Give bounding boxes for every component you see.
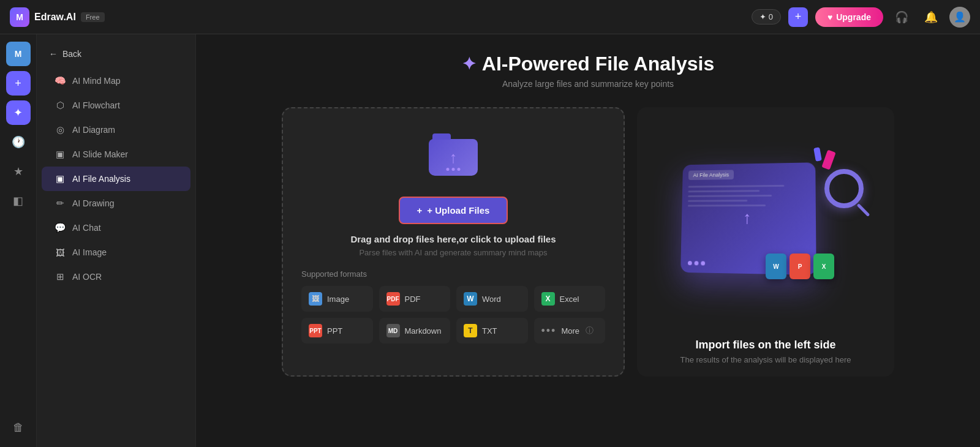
upload-dropzone[interactable]: ↑ + + Upload Files Drag and drop files [282,107,625,377]
magnify-handle [857,203,870,217]
page-subtitle: Analyze large files and summarize key po… [462,79,714,89]
free-badge: Free [81,12,105,22]
sidebar-item-recent[interactable]: 🕐 [6,130,31,154]
markdown-format-icon: MD [386,324,400,337]
upload-arrow-icon: ↑ [450,148,458,167]
format-pdf: PDF PDF [379,286,451,312]
parse-description: Parse files with AI and generate summary… [359,248,547,257]
logo-icon: M [10,7,29,27]
deco-shape-1 [821,150,835,170]
back-arrow-icon: ← [49,49,58,59]
sidebar-item-templates[interactable]: ◧ [6,189,31,213]
heart-icon: ♥ [827,12,832,22]
nav-right: ✦ 0 + ♥ Upgrade 🎧 🔔 👤 [752,6,970,28]
sparkle-icon: ✦ [462,54,476,74]
file-analysis-icon: ▣ [54,173,66,185]
upload-icon-area: ↑ [426,133,481,182]
avatar[interactable]: 👤 [949,7,970,28]
format-excel: X Excel [534,286,606,312]
txt-format-icon: T [464,324,477,337]
ppt-icon-illus: P [790,254,810,279]
sidebar-item-ai-drawing[interactable]: ✏ AI Drawing [42,191,190,216]
card-dots [688,261,705,265]
pdf-format-icon: PDF [386,292,400,306]
content-area: ✦ AI-Powered File Analysis Analyze large… [196,34,980,447]
add-button[interactable]: + [788,7,808,27]
card-label: AI File Analysis [688,170,734,180]
sidebar-item-trash[interactable]: 🗑 [6,415,31,440]
right-panel-subtitle: The results of the analysis will be disp… [680,355,851,364]
sidebar-item-ai-diagram[interactable]: ◎ AI Diagram [42,118,190,142]
illustration-area: AI File Analysis ↑ [649,119,882,329]
deco-shape-2 [813,147,822,161]
doc-icon: W [766,254,786,279]
sidebar-item-ai-mind-map[interactable]: 🧠 AI Mind Map [42,69,190,93]
sidebar-item-starred[interactable]: ★ [6,159,31,184]
formats-grid: 🖼 Image PDF PDF W Word X Excel [301,286,605,344]
excel-format-icon: X [541,292,555,306]
format-image: 🖼 Image [301,286,373,312]
app-name: Edraw.AI [34,12,76,23]
ppt-format-icon: PPT [309,324,322,337]
sidebar-item-ai-flowchart[interactable]: ⬡ AI Flowchart [42,93,190,118]
page-title: ✦ AI-Powered File Analysis [462,53,714,75]
main-layout: M + ✦ 🕐 ★ ◧ 🗑 ← Back 🧠 AI Mind Map ⬡ AI … [0,34,980,447]
folder-icon: ↑ [426,133,481,182]
diagram-icon: ◎ [54,124,66,136]
sidebar-item-ai-slide-maker[interactable]: ▣ AI Slide Maker [42,142,190,167]
page-title-area: ✦ AI-Powered File Analysis Analyze large… [462,53,714,89]
points-value: 0 [769,12,773,21]
image-icon: 🖼 [54,246,66,258]
sidebar-item-ai-image[interactable]: 🖼 AI Image [42,240,190,265]
sidebar-item-m[interactable]: M [6,42,31,66]
format-markdown: MD Markdown [379,318,451,344]
formats-label: Supported formats [301,269,367,279]
upgrade-button[interactable]: ♥ Upgrade [815,7,883,27]
ocr-icon: ⊞ [54,271,66,283]
icon-sidebar: M + ✦ 🕐 ★ ◧ 🗑 [0,34,37,447]
flowchart-icon: ⬡ [54,99,66,111]
format-word: W Word [456,286,528,312]
headphone-button[interactable]: 🎧 [891,6,913,28]
sidebar-item-ai-file-analysis[interactable]: ▣ AI File Analysis [42,167,190,191]
drag-drop-text: Drag and drop files here,or click to upl… [350,234,556,244]
top-navigation: M Edraw.AI Free ✦ 0 + ♥ Upgrade 🎧 🔔 👤 [0,0,980,34]
excel-icon-illus: X [813,254,834,279]
sidebar-item-ai-chat[interactable]: 💬 AI Chat [42,216,190,240]
bell-button[interactable]: 🔔 [920,6,942,28]
sidebar-item-ai-ocr[interactable]: ⊞ AI OCR [42,265,190,289]
mind-map-icon: 🧠 [54,75,66,87]
back-button[interactable]: ← Back [37,44,195,69]
more-info-icon[interactable]: ⓘ [586,325,594,336]
plus-icon: + [417,205,423,216]
slide-maker-icon: ▣ [54,148,66,160]
card-upload-icon: ↑ [743,208,752,228]
points-button[interactable]: ✦ 0 [752,9,781,24]
card-lines [688,184,809,206]
chat-icon: 💬 [54,222,66,234]
right-panel-title: Import files on the left side [695,339,835,351]
format-txt: T TXT [456,318,528,344]
sidebar-item-ai[interactable]: ✦ [6,100,31,125]
nav-sidebar: ← Back 🧠 AI Mind Map ⬡ AI Flowchart ◎ AI… [37,34,196,447]
format-more[interactable]: ••• More ⓘ [534,318,606,344]
magnify-circle [824,169,864,208]
format-ppt: PPT PPT [301,318,373,344]
drawing-icon: ✏ [54,197,66,209]
word-format-icon: W [464,292,477,306]
file-icons-group: W P X [766,254,834,279]
logo-area: M Edraw.AI Free [10,7,744,27]
right-panel: AI File Analysis ↑ [637,107,894,377]
more-dots-icon: ••• [541,325,557,337]
sidebar-item-new[interactable]: + [6,71,31,96]
two-col-layout: ↑ + + Upload Files Drag and drop files [221,107,956,377]
image-format-icon: 🖼 [309,292,322,306]
upload-files-button[interactable]: + + Upload Files [399,197,508,224]
star-icon: ✦ [760,12,766,21]
